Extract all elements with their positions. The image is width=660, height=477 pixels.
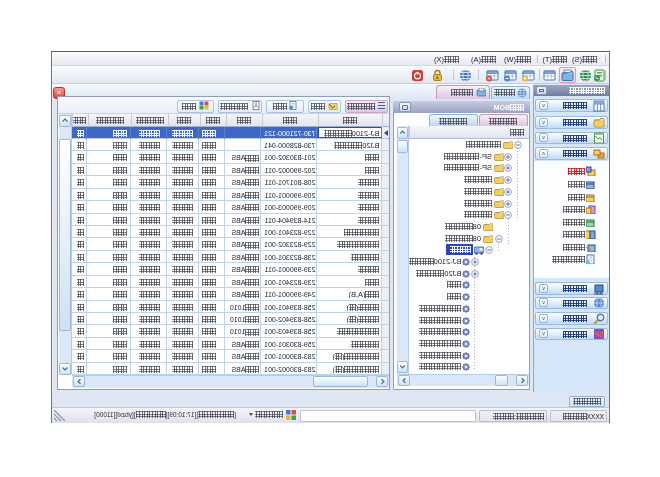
svg-text:SP: SP bbox=[594, 331, 604, 338]
